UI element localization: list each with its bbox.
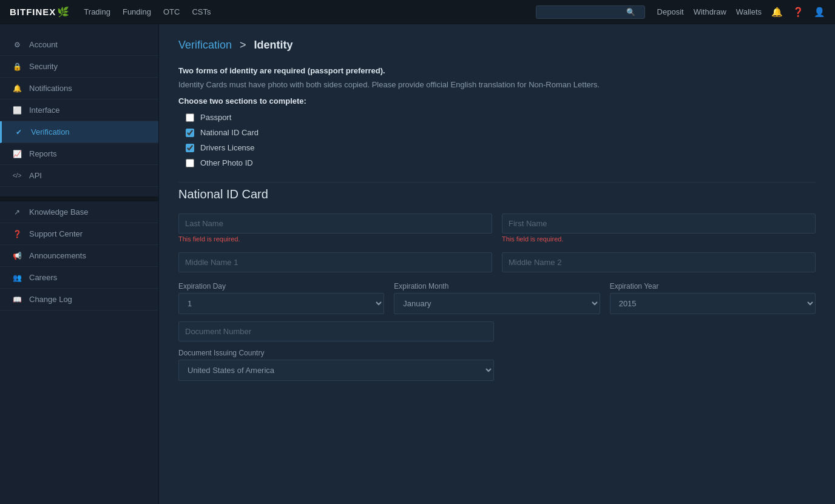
expiration-row: Expiration Day 12345 678910 1112131415 1… bbox=[178, 282, 816, 314]
sidebar-item-api[interactable]: </> API bbox=[0, 165, 158, 187]
checkbox-passport[interactable] bbox=[186, 113, 194, 122]
topnav-csts[interactable]: CSTs bbox=[192, 7, 211, 16]
checkbox-drivers-license-label: Drivers License bbox=[200, 143, 255, 152]
sidebar-item-reports-label: Reports bbox=[29, 149, 57, 158]
withdraw-link[interactable]: Withdraw bbox=[694, 7, 726, 16]
checkbox-other-photo-id-item[interactable]: Other Photo ID bbox=[186, 158, 816, 167]
sidebar-item-support-center-label: Support Center bbox=[29, 229, 83, 238]
sidebar-item-notifications-label: Notifications bbox=[29, 84, 72, 93]
checkbox-drivers-license-item[interactable]: Drivers License bbox=[186, 143, 816, 152]
check-icon: ✔ bbox=[14, 128, 24, 136]
checkbox-other-photo-id[interactable] bbox=[186, 159, 194, 167]
exp-year-field: Expiration Year 2015201620172018 2019202… bbox=[610, 282, 816, 314]
exp-month-select[interactable]: JanuaryFebruaryMarchApril MayJuneJulyAug… bbox=[394, 293, 600, 314]
middle-name2-input[interactable] bbox=[502, 252, 816, 272]
search-bar[interactable]: 🔍 bbox=[536, 5, 645, 19]
info-text: Identity Cards must have photo with both… bbox=[178, 80, 816, 89]
checkbox-other-photo-id-label: Other Photo ID bbox=[200, 158, 253, 167]
checkbox-national-id-item[interactable]: National ID Card bbox=[186, 128, 816, 137]
chart-icon: 📈 bbox=[12, 150, 22, 158]
exp-day-field: Expiration Day 12345 678910 1112131415 1… bbox=[178, 282, 384, 314]
doc-country-label: Document Issuing Country bbox=[178, 349, 494, 357]
sidebar-item-change-log[interactable]: 📖 Change Log bbox=[0, 289, 158, 311]
breadcrumb-verification-link[interactable]: Verification bbox=[178, 39, 232, 51]
sidebar-item-security[interactable]: 🔒 Security bbox=[0, 56, 158, 78]
search-input[interactable] bbox=[541, 8, 626, 16]
checkbox-national-id[interactable] bbox=[186, 129, 194, 137]
sidebar-item-security-label: Security bbox=[29, 62, 58, 71]
topnav-otc[interactable]: OTC bbox=[163, 7, 180, 16]
breadcrumb-separator: > bbox=[240, 39, 246, 51]
exp-year-label: Expiration Year bbox=[610, 282, 816, 291]
section-title-national-id: National ID Card bbox=[178, 182, 816, 201]
announcements-icon: 📢 bbox=[12, 252, 22, 260]
question-icon: ❓ bbox=[12, 230, 22, 238]
topnav-links: Trading Funding OTC CSTs bbox=[84, 7, 535, 16]
name-row: This field is required. This field is re… bbox=[178, 213, 816, 250]
doc-number-input[interactable] bbox=[178, 321, 494, 341]
doc-country-field: Document Issuing Country United States o… bbox=[178, 349, 494, 381]
exp-month-label: Expiration Month bbox=[394, 282, 600, 291]
topnav-funding[interactable]: Funding bbox=[123, 7, 151, 16]
doc-country-select[interactable]: United States of America United Kingdom … bbox=[178, 360, 494, 381]
wallets-link[interactable]: Wallets bbox=[736, 7, 762, 16]
topnav: BITFINEX 🌿 Trading Funding OTC CSTs 🔍 De… bbox=[0, 0, 835, 24]
breadcrumb-current: Identity bbox=[254, 39, 293, 51]
sidebar-item-verification[interactable]: ✔ Verification bbox=[0, 121, 158, 143]
middle-name2-field bbox=[502, 252, 816, 272]
external-link-icon: ↗ bbox=[12, 208, 22, 217]
sidebar-item-announcements[interactable]: 📢 Announcements bbox=[0, 245, 158, 267]
logo-text: BITFINEX bbox=[10, 7, 56, 17]
exp-month-field: Expiration Month JanuaryFebruaryMarchApr… bbox=[394, 282, 600, 314]
sidebar-item-announcements-label: Announcements bbox=[29, 251, 86, 260]
notifications-bell-icon[interactable]: 🔔 bbox=[771, 7, 783, 18]
exp-year-select[interactable]: 2015201620172018 2019202020212022 202320… bbox=[610, 293, 816, 314]
checkbox-drivers-license[interactable] bbox=[186, 144, 194, 152]
info-bold-text: Two forms of identity are required (pass… bbox=[178, 66, 816, 75]
sidebar-item-careers[interactable]: 👥 Careers bbox=[0, 267, 158, 289]
main-content: Verification > Identity Two forms of ide… bbox=[159, 24, 835, 504]
sidebar-item-support-center[interactable]: ❓ Support Center bbox=[0, 223, 158, 245]
sidebar-item-knowledge-base[interactable]: ↗ Knowledge Base bbox=[0, 201, 158, 223]
sidebar-item-account[interactable]: ⚙ Account bbox=[0, 34, 158, 56]
last-name-input[interactable] bbox=[178, 213, 492, 234]
user-icon[interactable]: 👤 bbox=[814, 7, 825, 18]
choose-label: Choose two sections to complete: bbox=[178, 96, 816, 106]
topnav-trading[interactable]: Trading bbox=[84, 7, 110, 16]
sidebar-item-interface[interactable]: ⬜ Interface bbox=[0, 99, 158, 121]
search-icon: 🔍 bbox=[626, 8, 635, 16]
sidebar-item-api-label: API bbox=[29, 171, 42, 180]
first-name-field: This field is required. bbox=[502, 213, 816, 243]
sidebar-main-section: ⚙ Account 🔒 Security 🔔 Notifications ⬜ I… bbox=[0, 34, 158, 187]
sidebar: ⚙ Account 🔒 Security 🔔 Notifications ⬜ I… bbox=[0, 24, 159, 504]
logo-leaf-icon: 🌿 bbox=[57, 6, 69, 18]
sidebar-item-reports[interactable]: 📈 Reports bbox=[0, 143, 158, 165]
middle-name1-input[interactable] bbox=[178, 252, 492, 272]
careers-icon: 👥 bbox=[12, 274, 22, 282]
deposit-link[interactable]: Deposit bbox=[657, 7, 684, 16]
checkbox-passport-item[interactable]: Passport bbox=[186, 113, 816, 122]
topnav-right: Deposit Withdraw Wallets 🔔 ❓ 👤 bbox=[657, 7, 825, 18]
api-icon: </> bbox=[12, 172, 22, 179]
middle-name1-field bbox=[178, 252, 492, 272]
interface-icon: ⬜ bbox=[12, 106, 22, 115]
breadcrumb: Verification > Identity bbox=[178, 39, 816, 52]
sidebar-item-verification-label: Verification bbox=[31, 127, 70, 136]
sidebar-item-interface-label: Interface bbox=[29, 106, 60, 115]
sidebar-item-account-label: Account bbox=[29, 40, 58, 49]
lock-icon: 🔒 bbox=[12, 62, 22, 71]
exp-day-label: Expiration Day bbox=[178, 282, 384, 291]
first-name-input[interactable] bbox=[502, 213, 816, 234]
exp-day-select[interactable]: 12345 678910 1112131415 1617181920 21222… bbox=[178, 293, 384, 314]
help-icon[interactable]: ❓ bbox=[793, 7, 804, 18]
doc-number-row bbox=[178, 321, 494, 341]
checkbox-national-id-label: National ID Card bbox=[200, 128, 259, 137]
changelog-icon: 📖 bbox=[12, 295, 22, 304]
gear-icon: ⚙ bbox=[12, 41, 22, 49]
checkbox-passport-label: Passport bbox=[200, 113, 231, 122]
main-layout: ⚙ Account 🔒 Security 🔔 Notifications ⬜ I… bbox=[0, 24, 835, 504]
sidebar-item-notifications[interactable]: 🔔 Notifications bbox=[0, 78, 158, 99]
checkbox-group: Passport National ID Card Drivers Licens… bbox=[186, 113, 816, 167]
sidebar-secondary-section: ↗ Knowledge Base ❓ Support Center 📢 Anno… bbox=[0, 201, 158, 311]
last-name-field: This field is required. bbox=[178, 213, 492, 243]
